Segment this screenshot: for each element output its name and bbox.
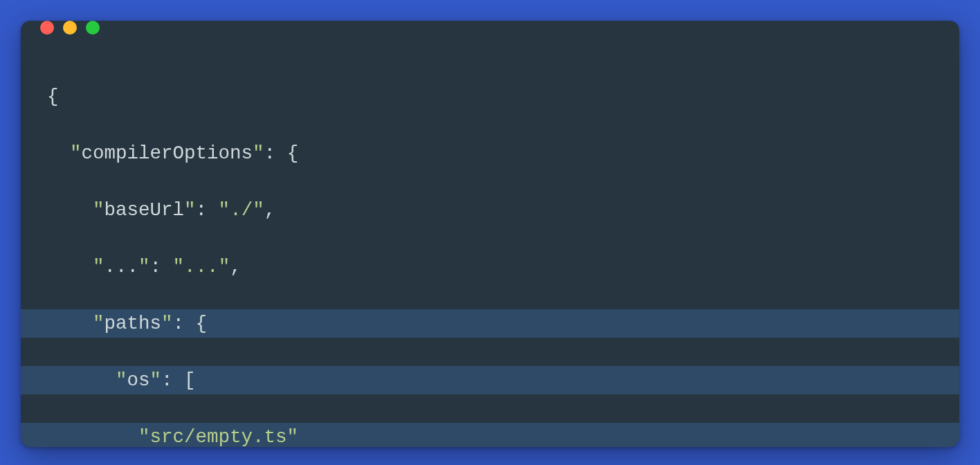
code-line-highlighted: "paths": { — [21, 309, 959, 338]
key-compilerOptions: compilerOptions — [82, 143, 253, 164]
quote: " — [219, 199, 230, 221]
string-value: src/empty.ts — [150, 426, 287, 447]
key-paths: paths — [105, 313, 162, 334]
quote: " — [161, 313, 173, 334]
quote: " — [150, 370, 162, 391]
comma: , — [230, 256, 242, 277]
code-editor: { "compilerOptions": { "baseUrl": "./", … — [21, 35, 959, 447]
brace-open: { — [287, 143, 299, 164]
code-line-highlighted: "src/empty.ts" — [21, 423, 959, 447]
comma: , — [264, 199, 276, 221]
quote: " — [70, 143, 82, 164]
brace-open: { — [196, 313, 208, 334]
colon: : — [264, 143, 276, 164]
window-titlebar — [21, 21, 959, 35]
code-line: "baseUrl": "./", — [21, 196, 959, 224]
colon: : — [150, 256, 162, 277]
code-line: "...": "...", — [21, 253, 959, 281]
brace-open: { — [47, 86, 59, 107]
code-line: { — [21, 82, 959, 111]
key-baseUrl: baseUrl — [105, 199, 185, 221]
key-os: os — [127, 370, 150, 391]
quote: " — [93, 256, 105, 277]
key-ellipsis: ... — [105, 256, 139, 277]
quote: " — [287, 426, 299, 447]
code-window: { "compilerOptions": { "baseUrl": "./", … — [21, 21, 959, 447]
colon: : — [161, 370, 173, 391]
code-line-highlighted: "os": [ — [21, 366, 959, 394]
quote: " — [253, 199, 264, 221]
bracket-open: [ — [184, 370, 196, 391]
quote: " — [173, 256, 185, 277]
quote: " — [253, 143, 264, 164]
string-value: ./ — [230, 199, 253, 221]
quote: " — [116, 370, 127, 391]
colon: : — [196, 199, 208, 221]
quote: " — [219, 256, 230, 277]
quote: " — [184, 199, 196, 221]
quote: " — [138, 426, 150, 447]
string-value: ... — [184, 256, 219, 277]
quote: " — [93, 313, 105, 334]
code-line: "compilerOptions": { — [21, 139, 959, 167]
maximize-icon[interactable] — [86, 21, 100, 35]
close-icon[interactable] — [40, 21, 54, 35]
colon: : — [173, 313, 185, 334]
quote: " — [93, 199, 105, 221]
minimize-icon[interactable] — [63, 21, 77, 35]
quote: " — [138, 256, 150, 277]
